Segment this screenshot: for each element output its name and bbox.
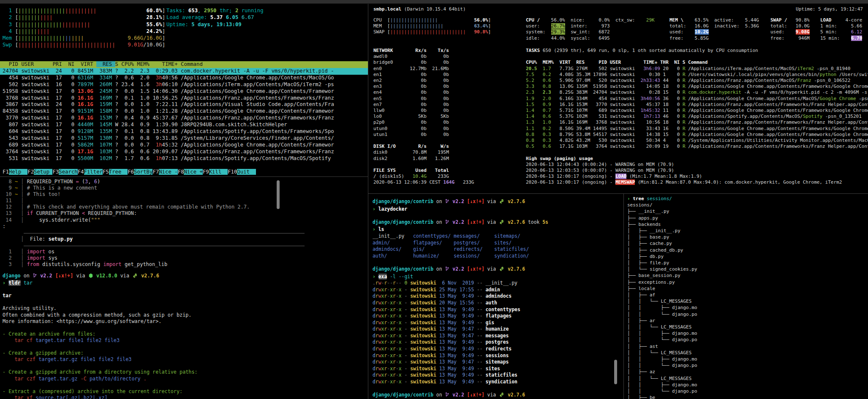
glances-pane[interactable]: smbp.local (Darwin 10.15.4 64bit) Uptime… [368,4,868,193]
branch-icon [445,392,449,399]
terminal-line: Mem [||||||||||||||||||||| 9.66G/16.0G] [3,35,165,41]
htop-tasks-load-uptime: Tasks: 653, 2950 thr; 2 runningLoad aver… [166,7,264,28]
terminal-line: 20.5 1.7 7.73G 276M 502 switowski 3h6:09… [526,66,868,72]
branch-icon [445,198,449,206]
terminal-line: │ │ └── LC_MESSAGES [627,375,868,382]
branch-icon [33,273,37,280]
terminal-line: django on v2.2 [↓x!+] via v12.8.0 via v2… [3,273,370,280]
shell-output: django on v2.2 [↓x!+] via v12.8.0 via v2… [3,273,370,399]
terminal-line: user: 26.7% inter: 973 [526,23,655,29]
terminal-line: 12 │ # This check and everything above m… [3,204,370,210]
terminal-line: 2020-06-13 12:00:17 (ongoing) - LOAD (Mi… [526,174,868,179]
terminal-line: MEM \ 63.5% active: 5.44G [669,17,759,23]
terminal-line: drwxr-xr-x - switowski 13 May 9:49 -- re… [373,346,628,353]
terminal-line: utun0 0b 0b [373,126,474,132]
terminal-line: 2020-06-13 12:04:43 (0:00:24) - WARNING … [526,162,868,168]
terminal-line: django/django/contrib on v2.2 [↓x!+] via… [373,198,628,206]
terminal-line: │ ├── db.py [627,253,868,260]
terminal-line: Uptime: 5 days, 19:13:09 [166,21,264,28]
pane-divider-horizontal[interactable] [368,193,868,194]
terminal-line: - Create a gzipped archive from a direct… [3,369,370,375]
terminal-line: 84358 switowski 17 0 9151M 158M ? 0.0 1.… [0,108,368,115]
terminal-line: 24704 switowski 24 0 8451M 383M ? 2.2 2.… [0,68,368,75]
vim-pane-scrollbar[interactable] [277,180,280,209]
glances-hostname: smbp.local (Darwin 10.15.4 64bit) [373,6,466,12]
terminal-line: 543 switowski 17 0 5157M 130M ? 0.0 0.8 … [0,135,368,142]
terminal-line: 807 switowski 17 0 4440M 145M W 28.4 0.9… [0,122,368,128]
pane-divider-vertical[interactable] [368,4,368,399]
terminal-line: 3764 switowski 17 0 17.1G 103M ? 0.6 0.6… [0,149,368,155]
terminal-line [3,230,370,236]
terminal-line: │ │ ├── django.mo [627,356,868,362]
branch-icon [445,266,449,274]
terminal-line: 0.8 0.3 4.82G 43.2M 530 switowski 50:34 … [526,138,868,144]
tree-output-pane[interactable]: › tree sessions/sessions/├── __init__.py… [624,194,868,399]
terminal-line: 7.5 0.2 4.08G 35.3M 17896 switowski 0:30… [526,72,868,78]
terminal-line: › lazydocker [373,206,628,213]
python-icon [499,220,504,227]
terminal-line: free: 5.85G [669,35,759,41]
terminal-line: auth/ humanize/ sessions/ syndication/ [373,253,628,260]
terminal-line: 0.5 0.6 17.1G 103M 3764 switowski 20:09 … [526,144,868,149]
terminal-line: More information: <https://www.gnu.org/s… [3,318,370,325]
htop-pane[interactable]: 1 [||||||||||||||||||||||||| 60.8%] 2 [|… [0,4,368,176]
terminal-line: CPU [||||||||||||||||| 56.0%] [373,17,491,23]
terminal-line: │ └── signed_cookies.py [627,266,868,272]
terminal-line: tar czf target.tar.gz -C path/to/directo… [3,376,370,382]
terminal-line: 2 │ import sys [3,255,370,261]
terminal-line: - Create a gzipped archive: [3,350,370,356]
terminal-line: │ ├── base.py [627,234,868,240]
terminal-line: 2020-06-13 12:03:53 (0:00:07) - WARNING … [526,168,868,174]
htop-function-key-bar: F1Help F2Setup F3SearchF4FilterF5Tree F6… [3,168,256,175]
terminal-line [3,299,370,305]
vim-code-lines: 8 ~ │ REQUIRED_PYTHON = (3, 6) 9 ~ │ # T… [3,179,370,268]
shell-tldr-pane[interactable]: django on v2.2 [↓x!+] via v12.8.0 via v2… [0,271,370,399]
terminal-line [3,325,370,331]
glances-mem-stats: MEM \ 63.5% active: 5.44Gtotal: 16.0G in… [669,17,759,41]
glances-uptime: Uptime: 5 days, 19:12:47 [796,6,863,12]
pane-divider-horizontal[interactable] [0,176,368,177]
terminal-line: django/django/contrib on v2.2 [↓x!+] via… [373,219,628,227]
terminal-line: │ │ └── django.po [627,388,868,394]
terminal-line: │ ├── file.py [627,260,868,266]
vim-editor-pane[interactable]: 8 ~ │ REQUIRED_PYTHON = (3, 6) 9 ~ │ # T… [0,177,370,272]
terminal-line: 2.3 2.3 8.25G 383M 24704 switowski 0:28 … [526,90,868,95]
glances-swap-stats: SWAP / 90.8%total: 10.0Gused: 9.08Gfree:… [770,17,810,41]
terminal-line: tar [3,293,370,299]
terminal-line: 15 min: 6.70 [820,35,862,41]
terminal-line: │ ├── az [627,369,868,375]
terminal-line: 1 min: 5.66 [820,23,862,29]
terminal-line: 3768 switowski 17 0 16.1G 169M ? 0.1 1.0… [0,95,368,102]
terminal-line: Load average: 5.37 6.05 6.67 [166,14,264,21]
terminal-line: drwxr-xr-x - switowski 13 May 9:49 -- st… [373,372,628,379]
terminal-line: 1.9 2.0 6.16G 334M 454 switowski 3h40:56… [526,96,868,102]
terminal-line: LOAD 4-core [820,17,862,23]
terminal-line: : [3,223,370,230]
terminal-line: bridge0 0b 0b [373,60,474,65]
terminal-line: idle: 44.0% syscal: 6495 [526,35,655,41]
terminal-scrollbar[interactable] [614,360,617,384]
terminal-line: 454 switowski 17 0 6316M 334M ? 0.6 2.0 … [0,75,368,81]
terminal-line: drwxr-xr-x - switowski 25 May 17:55 -- a… [373,287,628,293]
window-titlebar[interactable] [0,0,868,4]
terminal-line: drwxr-xr-x - switowski 20 May 15:56 -- a… [373,300,628,307]
terminal-line: - Create an archive from files: [3,331,370,337]
terminal-line: 5 min: 6.12 [820,29,862,35]
terminal-line: 4 [|||||||||| 24.2%] [3,28,165,35]
terminal-line: sessions/ [627,202,868,208]
terminal-line [3,344,370,350]
terminal-line: en0 12.7Mb 21.6Mb [373,66,474,72]
terminal-line: 3 [||||||||||||||||||||||| 55.6%] [3,21,165,28]
terminal-line: drwxr-xr-x - switowski 13 May 9:49 -- si… [373,366,628,372]
terminal-line: CPU / 56.0% nice: 0.0% ctx_sw: 29K [526,17,655,23]
terminal-line [373,385,628,392]
terminal-line: │ ├── be [627,394,868,399]
terminal-line: disk2 1.60M 1.26M [373,156,474,162]
terminal-pane-django[interactable]: django/django/contrib on v2.2 [↓x!+] via… [368,194,628,399]
python-icon [499,266,504,274]
terminal-line: SWAP [||||||||||||||||||||||||||| 90.8%] [373,29,491,35]
pane-divider-vertical[interactable] [623,194,624,399]
terminal-line: CPU% MEM% VIRT RES PID USER TIME+ THR NI… [526,60,868,65]
terminal-line: smbp.local (Darwin 10.15.4 64bit) [373,6,466,12]
terminal-line: awdl0 0b 0b [373,54,474,60]
